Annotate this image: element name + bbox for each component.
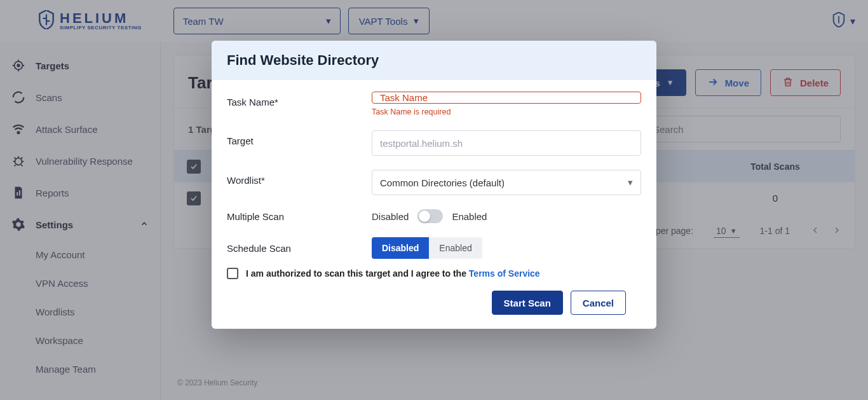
multiscan-label: Multiple Scan: [227, 211, 372, 222]
wordlist-select[interactable]: Common Directories (default) ▾: [372, 170, 641, 195]
cancel-button[interactable]: Cancel: [571, 291, 626, 315]
terms-link[interactable]: Terms of Service: [469, 268, 540, 279]
caret-down-icon: ▾: [628, 177, 633, 188]
cancel-label: Cancel: [583, 298, 614, 308]
target-label: Target: [227, 130, 372, 146]
schedule-label: Schedule Scan: [227, 243, 372, 254]
task-name-error: Task Name is required: [372, 107, 641, 116]
schedule-enabled-btn[interactable]: Enabled: [429, 237, 482, 259]
task-name-input[interactable]: [372, 92, 641, 104]
multiscan-enabled-text: Enabled: [452, 211, 487, 222]
consent-checkbox[interactable]: [227, 268, 238, 279]
consent-prefix: I am authorized to scan this target and …: [246, 268, 469, 279]
start-scan-label: Start Scan: [504, 298, 551, 308]
schedule-segmented: Disabled Enabled: [372, 237, 482, 259]
consent-text: I am authorized to scan this target and …: [246, 268, 540, 279]
wordlist-value: Common Directories (default): [380, 177, 505, 188]
task-name-label: Task Name*: [227, 92, 372, 107]
start-scan-button[interactable]: Start Scan: [492, 291, 563, 315]
modal-overlay[interactable]: Find Website Directory Task Name* Task N…: [0, 0, 868, 400]
find-directory-modal: Find Website Directory Task Name* Task N…: [212, 41, 656, 329]
schedule-disabled-btn[interactable]: Disabled: [372, 237, 429, 259]
multiscan-toggle[interactable]: [417, 209, 443, 223]
multiscan-disabled-text: Disabled: [372, 211, 409, 222]
wordlist-label: Wordlist*: [227, 170, 372, 186]
target-input[interactable]: [372, 130, 641, 156]
modal-title: Find Website Directory: [227, 52, 641, 69]
